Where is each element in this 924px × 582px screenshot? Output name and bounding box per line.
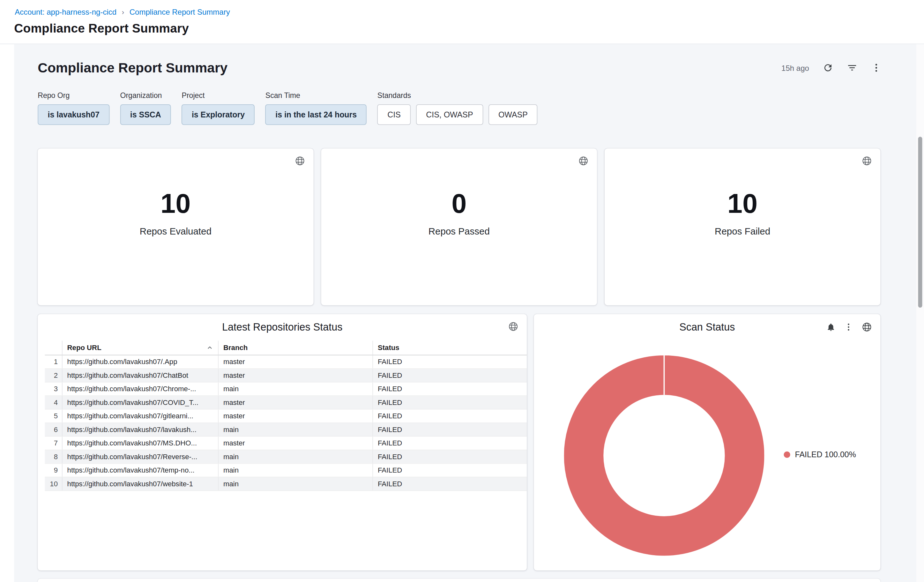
stat-card-repos-passed: 0 Repos Passed <box>321 148 597 305</box>
next-row-card-edge <box>38 579 880 582</box>
scrollbar-thumb[interactable] <box>918 137 922 308</box>
repo-url-cell[interactable]: https://github.com/lavakush07/Chrome-... <box>63 383 218 396</box>
stat-body: 10 Repos Failed <box>605 148 880 305</box>
sort-ascending-icon[interactable] <box>206 344 213 351</box>
standards-chip-cis[interactable]: CIS <box>378 104 411 125</box>
branch-cell: master <box>218 410 372 423</box>
row-index: 2 <box>45 369 62 382</box>
breadcrumb-account-link[interactable]: Account: app-harness-ng-cicd <box>15 8 116 16</box>
row-index-header <box>45 341 62 355</box>
table-header-row: Repo URL Branch Status <box>45 341 527 356</box>
stat-label: Repos Failed <box>715 226 770 237</box>
branch-cell: main <box>218 477 372 490</box>
column-header-branch[interactable]: Branch <box>218 341 372 355</box>
globe-icon[interactable] <box>508 322 518 332</box>
status-cell: FAILED <box>372 450 527 463</box>
kebab-menu-icon[interactable] <box>871 63 881 73</box>
column-header-status[interactable]: Status <box>372 341 527 355</box>
scan-status-ring <box>584 375 744 536</box>
filter-group-organization: Organization is SSCA <box>120 91 171 125</box>
repo-url-cell[interactable]: https://github.com/lavakush07/lavakush..… <box>63 423 218 436</box>
vertical-scrollbar[interactable] <box>916 45 924 582</box>
table-row[interactable]: 5https://github.com/lavakush07/gitlearni… <box>45 410 527 423</box>
filter-label: Organization <box>120 91 171 99</box>
branch-cell: main <box>218 464 372 477</box>
filter-group-repo-org: Repo Org is lavakush07 <box>38 91 109 125</box>
scan-status-card: Scan Status FAILED 100.00% <box>534 314 880 570</box>
table-row[interactable]: 3https://github.com/lavakush07/Chrome-..… <box>45 383 527 396</box>
table-card-title: Latest Repositories Status <box>38 322 527 334</box>
table-row[interactable]: 4https://github.com/lavakush07/COVID_T..… <box>45 396 527 409</box>
refresh-icon[interactable] <box>823 63 833 73</box>
repo-table: Repo URL Branch Status 1https://github.c… <box>45 341 527 564</box>
row-index: 3 <box>45 383 62 396</box>
repo-url-cell[interactable]: https://github.com/lavakush07/temp-no... <box>63 464 218 477</box>
filter-icon[interactable] <box>847 63 857 73</box>
table-row[interactable]: 8https://github.com/lavakush07/Reverse-.… <box>45 450 527 463</box>
filter-bar: Repo Org is lavakush07 Organization is S… <box>38 91 538 125</box>
standards-chip-owasp[interactable]: OWASP <box>488 104 538 125</box>
row-index: 8 <box>45 450 62 463</box>
page-header: Account: app-harness-ng-cicd › Complianc… <box>0 0 924 45</box>
breadcrumb: Account: app-harness-ng-cicd › Complianc… <box>15 8 230 16</box>
table-row[interactable]: 2https://github.com/lavakush07/ChatBotma… <box>45 369 527 382</box>
repo-url-cell[interactable]: https://github.com/lavakush07/Reverse-..… <box>63 450 218 463</box>
column-header-repo-url[interactable]: Repo URL <box>63 341 218 355</box>
filter-label: Repo Org <box>38 91 109 99</box>
legend-label: FAILED 100.00% <box>795 450 856 459</box>
filter-label: Project <box>182 91 255 99</box>
breadcrumb-current-link[interactable]: Compliance Report Summary <box>130 8 230 16</box>
standards-chip-cis-owasp[interactable]: CIS, OWASP <box>416 104 483 125</box>
stat-body: 0 Repos Passed <box>321 148 597 305</box>
repo-url-cell[interactable]: https://github.com/lavakush07/ChatBot <box>63 369 218 382</box>
repo-url-cell[interactable]: https://github.com/lavakush07/website-1 <box>63 477 218 490</box>
breadcrumb-separator-icon: › <box>122 8 124 16</box>
repo-url-cell[interactable]: https://github.com/lavakush07/MS.DHO... <box>63 437 218 450</box>
stat-label: Repos Evaluated <box>140 226 211 237</box>
donut-card-toolbar <box>826 322 872 332</box>
stat-label: Repos Passed <box>429 226 490 237</box>
table-row[interactable]: 10https://github.com/lavakush07/website-… <box>45 477 527 491</box>
table-row[interactable]: 9https://github.com/lavakush07/temp-no..… <box>45 464 527 477</box>
status-cell: FAILED <box>372 369 527 382</box>
filter-label: Scan Time <box>266 91 367 99</box>
branch-cell: master <box>218 396 372 409</box>
bell-icon[interactable] <box>826 322 836 332</box>
status-cell: FAILED <box>372 396 527 409</box>
filter-group-standards: Standards CIS CIS, OWASP OWASP <box>378 91 538 125</box>
row-index: 9 <box>45 464 62 477</box>
page-title: Compliance Report Summary <box>14 21 189 35</box>
branch-cell: master <box>218 356 372 369</box>
filter-chip-organization[interactable]: is SSCA <box>120 104 171 125</box>
status-cell: FAILED <box>372 410 527 423</box>
branch-cell: main <box>218 383 372 396</box>
globe-icon[interactable] <box>861 322 872 332</box>
column-header-label: Repo URL <box>67 344 101 352</box>
status-cell: FAILED <box>372 383 527 396</box>
stat-value: 10 <box>160 190 191 217</box>
row-index: 5 <box>45 410 62 423</box>
kebab-menu-icon[interactable] <box>844 322 853 332</box>
filter-chip-project[interactable]: is Exploratory <box>182 104 255 125</box>
branch-cell: master <box>218 369 372 382</box>
repo-url-cell[interactable]: https://github.com/lavakush07/COVID_T... <box>63 396 218 409</box>
scan-status-donut-chart[interactable] <box>564 356 764 556</box>
table-row[interactable]: 6https://github.com/lavakush07/lavakush.… <box>45 423 527 437</box>
dashboard-panel: Compliance Report Summary 15h ago Repo O… <box>14 45 924 582</box>
filter-chip-scan-time[interactable]: is in the last 24 hours <box>266 104 367 125</box>
filter-group-project: Project is Exploratory <box>182 91 255 125</box>
table-row[interactable]: 1https://github.com/lavakush07/.Appmaste… <box>45 356 527 369</box>
repo-url-cell[interactable]: https://github.com/lavakush07/.App <box>63 356 218 369</box>
stat-card-repos-evaluated: 10 Repos Evaluated <box>38 148 314 305</box>
row-index: 7 <box>45 437 62 450</box>
stat-card-repos-failed: 10 Repos Failed <box>605 148 880 305</box>
stat-body: 10 Repos Evaluated <box>38 148 314 305</box>
status-cell: FAILED <box>372 356 527 369</box>
table-row[interactable]: 7https://github.com/lavakush07/MS.DHO...… <box>45 437 527 450</box>
filter-chip-repo-org[interactable]: is lavakush07 <box>38 104 109 125</box>
chart-legend[interactable]: FAILED 100.00% <box>784 450 856 459</box>
branch-cell: master <box>218 437 372 450</box>
branch-cell: main <box>218 450 372 463</box>
status-cell: FAILED <box>372 464 527 477</box>
repo-url-cell[interactable]: https://github.com/lavakush07/gitlearni.… <box>63 410 218 423</box>
